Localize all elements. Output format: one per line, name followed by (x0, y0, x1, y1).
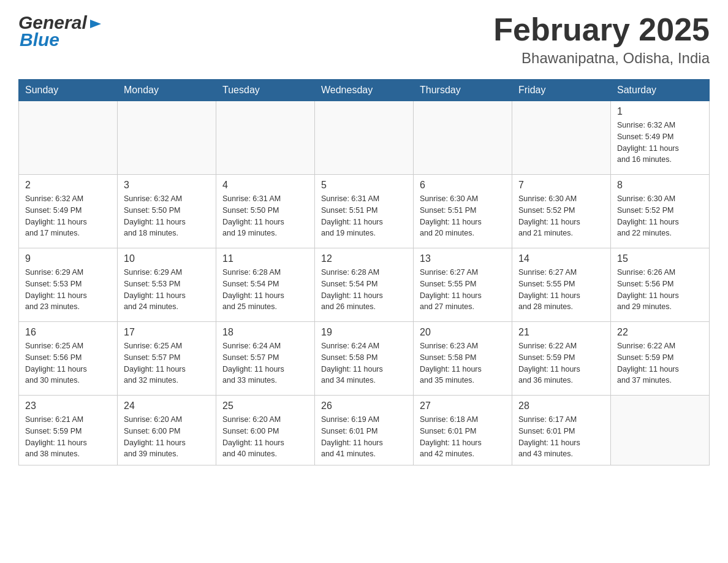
day-info: Sunrise: 6:20 AM Sunset: 6:00 PM Dayligh… (124, 414, 210, 460)
day-number: 5 (321, 180, 407, 191)
day-number: 21 (518, 327, 604, 338)
calendar-cell: 17Sunrise: 6:25 AM Sunset: 5:57 PM Dayli… (118, 322, 216, 396)
day-number: 16 (25, 327, 111, 338)
calendar-cell: 12Sunrise: 6:28 AM Sunset: 5:54 PM Dayli… (315, 248, 414, 322)
calendar-cell: 19Sunrise: 6:24 AM Sunset: 5:58 PM Dayli… (315, 322, 414, 396)
day-info: Sunrise: 6:24 AM Sunset: 5:58 PM Dayligh… (321, 340, 407, 386)
day-header-row: SundayMondayTuesdayWednesdayThursdayFrid… (19, 80, 710, 101)
calendar-cell: 25Sunrise: 6:20 AM Sunset: 6:00 PM Dayli… (216, 396, 315, 465)
calendar-cell (118, 101, 216, 175)
day-number: 2 (25, 180, 111, 191)
calendar-cell: 3Sunrise: 6:32 AM Sunset: 5:50 PM Daylig… (118, 175, 216, 248)
day-info: Sunrise: 6:29 AM Sunset: 5:53 PM Dayligh… (25, 267, 111, 313)
day-header-monday: Monday (118, 80, 216, 101)
day-number: 28 (518, 400, 604, 412)
day-info: Sunrise: 6:18 AM Sunset: 6:01 PM Dayligh… (420, 414, 506, 460)
day-info: Sunrise: 6:20 AM Sunset: 6:00 PM Dayligh… (222, 414, 308, 460)
day-number: 11 (222, 253, 308, 264)
calendar-cell: 2Sunrise: 6:32 AM Sunset: 5:49 PM Daylig… (19, 175, 118, 248)
day-number: 24 (124, 400, 210, 412)
calendar-cell: 15Sunrise: 6:26 AM Sunset: 5:56 PM Dayli… (611, 248, 710, 322)
title-area: February 2025 Bhawanipatna, Odisha, Indi… (493, 12, 710, 67)
location-title: Bhawanipatna, Odisha, India (493, 50, 710, 67)
calendar-cell (512, 101, 611, 175)
day-info: Sunrise: 6:26 AM Sunset: 5:56 PM Dayligh… (617, 267, 703, 313)
page-header: General Blue February 2025 Bhawanipatna,… (18, 12, 710, 67)
day-number: 22 (617, 327, 703, 338)
calendar-cell: 10Sunrise: 6:29 AM Sunset: 5:53 PM Dayli… (118, 248, 216, 322)
day-info: Sunrise: 6:22 AM Sunset: 5:59 PM Dayligh… (617, 340, 703, 386)
day-number: 27 (420, 400, 506, 412)
day-header-sunday: Sunday (19, 80, 118, 101)
calendar-cell: 13Sunrise: 6:27 AM Sunset: 5:55 PM Dayli… (414, 248, 512, 322)
calendar-cell: 4Sunrise: 6:31 AM Sunset: 5:50 PM Daylig… (216, 175, 315, 248)
calendar-cell: 23Sunrise: 6:21 AM Sunset: 5:59 PM Dayli… (19, 396, 118, 465)
day-number: 23 (25, 400, 111, 412)
day-info: Sunrise: 6:30 AM Sunset: 5:51 PM Dayligh… (420, 193, 506, 239)
calendar-cell (611, 396, 710, 465)
calendar-cell: 21Sunrise: 6:22 AM Sunset: 5:59 PM Dayli… (512, 322, 611, 396)
svg-marker-0 (90, 20, 101, 28)
day-info: Sunrise: 6:30 AM Sunset: 5:52 PM Dayligh… (617, 193, 703, 239)
calendar-cell: 9Sunrise: 6:29 AM Sunset: 5:53 PM Daylig… (19, 248, 118, 322)
day-info: Sunrise: 6:32 AM Sunset: 5:50 PM Dayligh… (124, 193, 210, 239)
calendar-cell: 14Sunrise: 6:27 AM Sunset: 5:55 PM Dayli… (512, 248, 611, 322)
day-number: 12 (321, 253, 407, 264)
calendar-cell (414, 101, 512, 175)
day-number: 6 (420, 180, 506, 191)
week-row-5: 23Sunrise: 6:21 AM Sunset: 5:59 PM Dayli… (19, 396, 710, 465)
day-number: 7 (518, 180, 604, 191)
day-number: 18 (222, 327, 308, 338)
day-header-thursday: Thursday (414, 80, 512, 101)
day-info: Sunrise: 6:23 AM Sunset: 5:58 PM Dayligh… (420, 340, 506, 386)
calendar-cell: 18Sunrise: 6:24 AM Sunset: 5:57 PM Dayli… (216, 322, 315, 396)
day-info: Sunrise: 6:19 AM Sunset: 6:01 PM Dayligh… (321, 414, 407, 460)
day-number: 1 (617, 106, 703, 117)
day-number: 17 (124, 327, 210, 338)
day-number: 14 (518, 253, 604, 264)
day-number: 13 (420, 253, 506, 264)
day-header-friday: Friday (512, 80, 611, 101)
day-info: Sunrise: 6:25 AM Sunset: 5:56 PM Dayligh… (25, 340, 111, 386)
day-number: 8 (617, 180, 703, 191)
day-info: Sunrise: 6:29 AM Sunset: 5:53 PM Dayligh… (124, 267, 210, 313)
day-info: Sunrise: 6:27 AM Sunset: 5:55 PM Dayligh… (518, 267, 604, 313)
day-number: 19 (321, 327, 407, 338)
calendar-table: SundayMondayTuesdayWednesdayThursdayFrid… (18, 79, 710, 465)
day-number: 26 (321, 400, 407, 412)
day-number: 3 (124, 180, 210, 191)
calendar-cell: 7Sunrise: 6:30 AM Sunset: 5:52 PM Daylig… (512, 175, 611, 248)
day-info: Sunrise: 6:28 AM Sunset: 5:54 PM Dayligh… (222, 267, 308, 313)
day-header-saturday: Saturday (611, 80, 710, 101)
day-number: 25 (222, 400, 308, 412)
day-info: Sunrise: 6:22 AM Sunset: 5:59 PM Dayligh… (518, 340, 604, 386)
calendar-cell: 5Sunrise: 6:31 AM Sunset: 5:51 PM Daylig… (315, 175, 414, 248)
calendar-cell (216, 101, 315, 175)
day-info: Sunrise: 6:32 AM Sunset: 5:49 PM Dayligh… (617, 120, 703, 166)
calendar-cell: 24Sunrise: 6:20 AM Sunset: 6:00 PM Dayli… (118, 396, 216, 465)
calendar-cell: 16Sunrise: 6:25 AM Sunset: 5:56 PM Dayli… (19, 322, 118, 396)
week-row-1: 1Sunrise: 6:32 AM Sunset: 5:49 PM Daylig… (19, 101, 710, 175)
calendar-cell: 22Sunrise: 6:22 AM Sunset: 5:59 PM Dayli… (611, 322, 710, 396)
calendar-cell: 11Sunrise: 6:28 AM Sunset: 5:54 PM Dayli… (216, 248, 315, 322)
calendar-cell: 6Sunrise: 6:30 AM Sunset: 5:51 PM Daylig… (414, 175, 512, 248)
day-header-tuesday: Tuesday (216, 80, 315, 101)
month-title: February 2025 (493, 12, 710, 47)
calendar-cell: 1Sunrise: 6:32 AM Sunset: 5:49 PM Daylig… (611, 101, 710, 175)
day-info: Sunrise: 6:31 AM Sunset: 5:51 PM Dayligh… (321, 193, 407, 239)
calendar-cell: 8Sunrise: 6:30 AM Sunset: 5:52 PM Daylig… (611, 175, 710, 248)
day-info: Sunrise: 6:24 AM Sunset: 5:57 PM Dayligh… (222, 340, 308, 386)
day-header-wednesday: Wednesday (315, 80, 414, 101)
calendar-cell: 20Sunrise: 6:23 AM Sunset: 5:58 PM Dayli… (414, 322, 512, 396)
day-number: 10 (124, 253, 210, 264)
day-number: 15 (617, 253, 703, 264)
logo: General Blue (18, 12, 102, 50)
day-info: Sunrise: 6:25 AM Sunset: 5:57 PM Dayligh… (124, 340, 210, 386)
calendar-cell: 26Sunrise: 6:19 AM Sunset: 6:01 PM Dayli… (315, 396, 414, 465)
week-row-4: 16Sunrise: 6:25 AM Sunset: 5:56 PM Dayli… (19, 322, 710, 396)
day-number: 20 (420, 327, 506, 338)
calendar-cell: 28Sunrise: 6:17 AM Sunset: 6:01 PM Dayli… (512, 396, 611, 465)
logo-arrow-icon (89, 17, 102, 31)
calendar-cell: 27Sunrise: 6:18 AM Sunset: 6:01 PM Dayli… (414, 396, 512, 465)
day-info: Sunrise: 6:17 AM Sunset: 6:01 PM Dayligh… (518, 414, 604, 460)
